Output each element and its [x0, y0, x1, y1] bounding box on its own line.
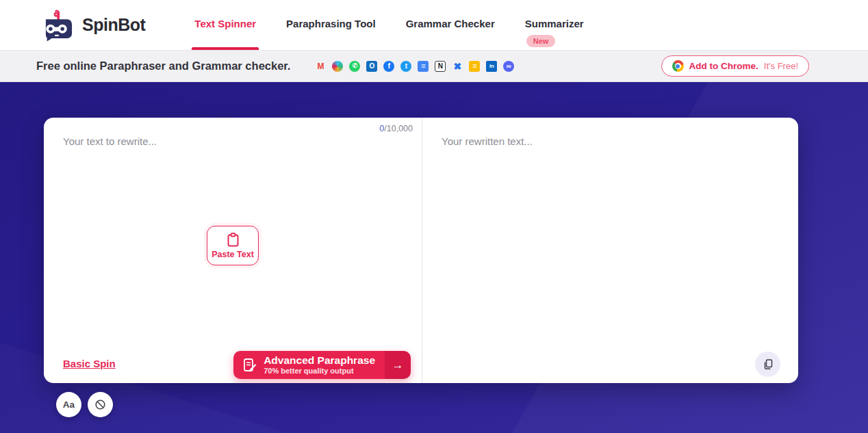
advanced-title: Advanced Paraphrase	[264, 354, 375, 367]
output-pane: Your rewritten text...	[422, 118, 798, 383]
discord-icon[interactable]: ∞	[503, 61, 514, 72]
tab-paraphrasing-tool[interactable]: Paraphrasing Tool	[271, 0, 391, 50]
tagline: Free online Paraphraser and Grammar chec…	[36, 60, 290, 73]
chrome-icon	[672, 60, 684, 72]
chrome-button-secondary: It's Free!	[764, 61, 798, 71]
whatsapp-icon[interactable]: ✆	[349, 61, 360, 72]
slack-icon[interactable]	[332, 61, 343, 72]
gmail-icon[interactable]: M	[315, 61, 326, 72]
paste-text-label: Paste Text	[212, 250, 254, 259]
tab-summarizer[interactable]: Summarizer New	[510, 0, 599, 50]
arrow-right-icon: →	[392, 358, 404, 372]
copy-button[interactable]	[755, 352, 780, 377]
output-placeholder: Your rewritten text...	[442, 135, 533, 147]
twitter-icon[interactable]: t	[400, 61, 411, 72]
promo-bar: Free online Paraphraser and Grammar chec…	[0, 51, 868, 82]
linkedin-icon[interactable]: in	[486, 61, 497, 72]
stopwords-button[interactable]	[88, 392, 113, 417]
brand-name: SpinBot	[82, 15, 145, 35]
copy-icon	[763, 358, 774, 370]
notion-icon[interactable]: N	[435, 61, 446, 72]
top-header: SpinBot Text Spinner Paraphrasing Tool G…	[0, 0, 868, 51]
editor-area: 0/10,000 Your text to rewrite... Paste T…	[0, 82, 868, 433]
outlook-icon[interactable]: O	[366, 61, 377, 72]
google-slides-icon[interactable]: ≡	[469, 61, 480, 72]
arrow-segment: →	[385, 351, 411, 379]
advanced-paraphrase-button[interactable]: Advanced Paraphrase 70% better quality o…	[233, 351, 411, 379]
char-counter: 0/10,000	[379, 124, 413, 133]
basic-spin-link[interactable]: Basic Spin	[63, 358, 116, 369]
spinbot-logo[interactable]: SpinBot	[41, 8, 145, 43]
char-count-limit: /10,000	[384, 124, 413, 133]
tab-label: Grammar Checker	[406, 18, 495, 29]
advanced-paraphrase-text: Advanced Paraphrase 70% better quality o…	[264, 354, 375, 375]
chrome-button-primary: Add to Chrome.	[689, 61, 758, 71]
input-textarea[interactable]: 0/10,000 Your text to rewrite... Paste T…	[44, 118, 422, 383]
facebook-icon[interactable]: f	[383, 61, 394, 72]
editor-card: 0/10,000 Your text to rewrite... Paste T…	[44, 118, 798, 383]
bottom-controls: Aa	[56, 392, 113, 417]
input-placeholder: Your text to rewrite...	[63, 135, 157, 147]
robot-icon	[41, 8, 77, 43]
app-icons: M✆Oft≡N✖≡in∞	[315, 61, 514, 72]
document-edit-icon	[243, 358, 257, 373]
tab-label: Text Spinner	[194, 18, 256, 29]
google-docs-icon[interactable]: ≡	[418, 61, 429, 72]
advanced-paraphrase-main: Advanced Paraphrase 70% better quality o…	[233, 351, 385, 379]
ban-icon	[94, 399, 106, 410]
advanced-subtitle: 70% better quality output	[264, 367, 375, 376]
clipboard-icon	[227, 233, 240, 247]
case-button[interactable]: Aa	[56, 392, 81, 417]
active-tab-underline	[192, 47, 259, 50]
paste-text-button[interactable]: Paste Text	[207, 226, 259, 265]
new-badge: New	[526, 35, 556, 47]
tab-label: Paraphrasing Tool	[286, 18, 376, 29]
x-app-icon[interactable]: ✖	[452, 61, 463, 72]
tab-grammar-checker[interactable]: Grammar Checker	[391, 0, 510, 50]
case-label: Aa	[63, 399, 75, 410]
main-nav: Text Spinner Paraphrasing Tool Grammar C…	[179, 0, 598, 50]
tab-text-spinner[interactable]: Text Spinner	[179, 0, 271, 50]
tab-label: Summarizer	[525, 18, 584, 29]
add-to-chrome-button[interactable]: Add to Chrome. It's Free!	[661, 55, 809, 77]
